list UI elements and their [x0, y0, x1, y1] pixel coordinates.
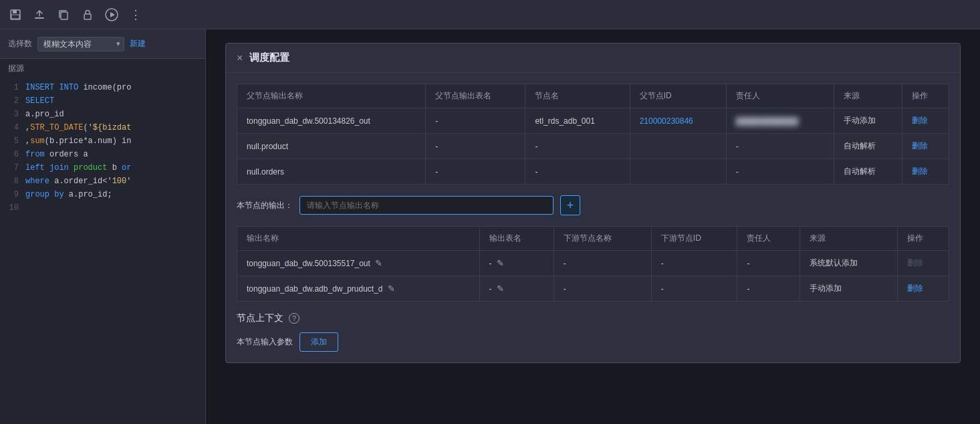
parent-col-output-name: 父节点输出名称	[237, 84, 426, 108]
code-editor[interactable]: 1 INSERT INTO income(pro 2 SELECT 3 a.pr…	[0, 76, 205, 424]
select-label: 选择数	[8, 38, 32, 49]
code-line-3: 3 a.pro_id	[0, 108, 205, 121]
modal-content: 父节点输出名称 父节点输出表名 节点名 父节点ID 责任人 来源 操作	[226, 73, 960, 362]
output-row1-downstream-name: -	[554, 251, 651, 276]
output-row2-downstream-id: -	[651, 276, 737, 302]
output-row1-action: 删除	[898, 251, 949, 276]
parent-table: 父节点输出名称 父节点输出表名 节点名 父节点ID 责任人 来源 操作	[237, 84, 949, 185]
output-row2-source: 手动添加	[800, 276, 898, 302]
node-context-title: 节点上下文 ?	[237, 312, 949, 324]
edit-icon-2[interactable]: ✎	[388, 284, 395, 294]
lock-icon[interactable]	[80, 7, 95, 22]
more-icon[interactable]: ⋮	[128, 7, 143, 22]
code-line-6: 6 from orders a	[0, 148, 205, 161]
parent-row-2: null.product - - - 自动解析 删除	[237, 134, 949, 159]
parent-row1-source: 手动添加	[834, 108, 902, 134]
datasource-select-wrap[interactable]: 模糊文本内容	[37, 37, 124, 51]
output-name-input[interactable]	[299, 196, 554, 215]
output-row1-name: tongguan_dab_dw.500135517_out ✎	[237, 251, 480, 276]
svg-rect-4	[61, 12, 68, 19]
node-input-label: 本节点输入参数	[237, 336, 293, 348]
play-icon[interactable]	[104, 7, 119, 22]
code-line-10: 10	[0, 201, 205, 215]
svg-rect-5	[84, 14, 91, 19]
output-row1-downstream-id: -	[651, 251, 737, 276]
node-context-label: 节点上下文	[237, 312, 283, 324]
help-icon[interactable]: ?	[289, 313, 299, 324]
modal-title: 调度配置	[249, 51, 289, 64]
code-line-9: 9 group by a.pro_id;	[0, 188, 205, 201]
output-col-name: 输出名称	[237, 227, 480, 251]
parent-row2-owner: -	[726, 134, 834, 159]
parent-col-node-name: 节点名	[525, 84, 630, 108]
parent-row-1: tongguan_dab_dw.500134826_out - etl_rds_…	[237, 108, 949, 134]
parent-col-node-id: 父节点ID	[630, 84, 726, 108]
output-row2-table: - ✎	[479, 276, 554, 302]
output-row2-owner: -	[737, 276, 800, 302]
parent-row3-action[interactable]: 删除	[902, 159, 949, 185]
modal-box: × 调度配置 父节点输出名称 父节点输出表名 节点名 父节点ID 责任人	[225, 43, 961, 363]
datasource-select[interactable]: 模糊文本内容	[37, 37, 124, 51]
output-col-table: 输出表名	[479, 227, 554, 251]
add-output-button[interactable]: +	[560, 195, 580, 215]
parent-row2-source: 自动解析	[834, 134, 902, 159]
parent-row2-output-name: null.product	[237, 134, 426, 159]
edit-icon-table-1[interactable]: ✎	[497, 258, 504, 268]
copy-icon[interactable]	[56, 7, 71, 22]
modal-overlay: × 调度配置 父节点输出名称 父节点输出表名 节点名 父节点ID 责任人	[206, 29, 980, 424]
left-top-bar: 选择数 模糊文本内容 新建	[0, 29, 205, 59]
code-line-4: 4 ,STR_TO_DATE('${bizdat	[0, 121, 205, 134]
parent-row2-output-table: -	[426, 134, 525, 159]
code-line-5: 5 ,sum(b.price*a.num) in	[0, 134, 205, 148]
output-col-action: 操作	[898, 227, 949, 251]
upload-icon[interactable]	[32, 7, 47, 22]
parent-row3-node-id	[630, 159, 726, 185]
parent-row2-node-name: -	[525, 134, 630, 159]
output-row2-downstream-name: -	[554, 276, 651, 302]
save-icon[interactable]	[8, 7, 23, 22]
toolbar: ⋮	[0, 0, 980, 29]
parent-row3-output-name: null.orders	[237, 159, 426, 185]
parent-col-output-table: 父节点输出表名	[426, 84, 525, 108]
output-col-downstream-id: 下游节点ID	[651, 227, 737, 251]
svg-rect-1	[13, 10, 17, 13]
parent-row1-node-name: etl_rds_adb_001	[525, 108, 630, 134]
modal-close-button[interactable]: ×	[237, 52, 243, 64]
parent-col-source: 来源	[834, 84, 902, 108]
output-col-downstream-name: 下游节点名称	[554, 227, 651, 251]
parent-col-action: 操作	[902, 84, 949, 108]
output-col-owner: 责任人	[737, 227, 800, 251]
output-input-row: 本节点的输出： +	[237, 195, 949, 215]
parent-row1-action[interactable]: 删除	[902, 108, 949, 134]
svg-rect-3	[35, 17, 44, 19]
output-table: 输出名称 输出表名 下游节点名称 下游节点ID 责任人 来源 操作	[237, 226, 949, 302]
parent-row3-source: 自动解析	[834, 159, 902, 185]
output-row-2: tongguan_dab_dw.adb_dw_pruduct_d ✎ - ✎ -…	[237, 276, 949, 302]
node-input-row: 本节点输入参数 添加	[237, 332, 949, 352]
left-panel: 选择数 模糊文本内容 新建 据源 1 INSERT INTO income(pr…	[0, 29, 206, 424]
parent-row2-action[interactable]: 删除	[902, 134, 949, 159]
parent-row-3: null.orders - - - 自动解析 删除	[237, 159, 949, 185]
output-row1-table: - ✎	[479, 251, 554, 276]
code-line-8: 8 where a.order_id<'100'	[0, 175, 205, 188]
node-context: 节点上下文 ? 本节点输入参数 添加	[237, 312, 949, 352]
edit-icon-table-2[interactable]: ✎	[497, 284, 504, 294]
parent-col-owner: 责任人	[726, 84, 834, 108]
node-add-button[interactable]: 添加	[299, 332, 338, 352]
output-row2-name: tongguan_dab_dw.adb_dw_pruduct_d ✎	[237, 276, 480, 302]
parent-row1-node-id[interactable]: 210000230846	[630, 108, 726, 134]
code-line-2: 2 SELECT	[0, 94, 205, 108]
new-button[interactable]: 新建	[130, 38, 146, 49]
output-section-label: 本节点的输出：	[237, 200, 293, 211]
output-col-source: 来源	[800, 227, 898, 251]
parent-row1-output-table: -	[426, 108, 525, 134]
edit-icon-1[interactable]: ✎	[375, 258, 382, 268]
svg-marker-7	[110, 12, 115, 17]
parent-row3-output-table: -	[426, 159, 525, 185]
datasource-label: 据源	[0, 59, 205, 76]
code-line-7: 7 left join product b or	[0, 161, 205, 175]
output-row1-owner: -	[737, 251, 800, 276]
output-row1-source: 系统默认添加	[800, 251, 898, 276]
main-area: 选择数 模糊文本内容 新建 据源 1 INSERT INTO income(pr…	[0, 29, 980, 424]
output-row2-action[interactable]: 删除	[898, 276, 949, 302]
